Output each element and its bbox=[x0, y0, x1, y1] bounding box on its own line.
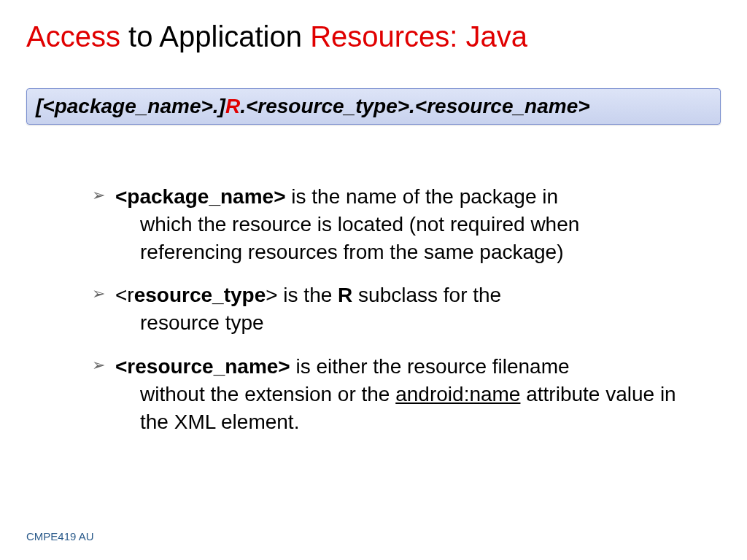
bullet-underline: android:name bbox=[395, 383, 520, 405]
bullet-indent: without the extension or the android:nam… bbox=[115, 381, 677, 436]
bullet-bold: esource_type bbox=[134, 284, 266, 306]
syntax-part2: R bbox=[225, 95, 240, 117]
bullet-text: <r bbox=[115, 284, 134, 306]
title-part2: to Application bbox=[120, 20, 310, 52]
bullet-item: ➢ <resource_name> is either the resource… bbox=[92, 353, 677, 435]
title-part3: Resources: Java bbox=[310, 20, 527, 52]
syntax-box: [<package_name>.]R.<resource_type>.<reso… bbox=[26, 88, 721, 125]
bullet-text: which the resource is located (not requi… bbox=[115, 211, 677, 266]
bullet-content: <package_name> is the name of the packag… bbox=[115, 183, 677, 265]
bullet-text: is either the resource filename bbox=[290, 355, 570, 378]
title-part1: Access bbox=[26, 20, 120, 52]
slide-title: Access to Application Resources: Java bbox=[26, 20, 721, 53]
syntax-part1: [<package_name>.] bbox=[36, 95, 225, 117]
bullet-bold: R bbox=[338, 284, 352, 306]
bullet-item: ➢ <package_name> is the name of the pack… bbox=[92, 183, 677, 265]
bullet-content: <resource_name> is either the resource f… bbox=[115, 353, 677, 435]
bullet-marker-icon: ➢ bbox=[92, 354, 105, 376]
bullet-text: is the name of the package in bbox=[286, 185, 559, 208]
bullet-bold: <resource_name> bbox=[115, 355, 290, 378]
bullet-text: > bbox=[266, 284, 277, 306]
bullet-item: ➢ <resource_type> is the R subclass for … bbox=[92, 281, 677, 337]
bullet-text: without the extension or the bbox=[140, 383, 395, 405]
bullet-bold: <package_name> bbox=[115, 185, 286, 208]
syntax-part3: .<resource_type>.<resource_name> bbox=[240, 95, 589, 117]
bullet-marker-icon: ➢ bbox=[92, 184, 105, 206]
bullet-marker-icon: ➢ bbox=[92, 283, 105, 305]
bullet-list: ➢ <package_name> is the name of the pack… bbox=[26, 183, 721, 435]
bullet-text: is the bbox=[278, 284, 338, 306]
bullet-text: subclass for the bbox=[352, 284, 501, 306]
bullet-content: <resource_type> is the R subclass for th… bbox=[115, 281, 677, 337]
bullet-text: resource type bbox=[115, 309, 677, 337]
slide-footer: CMPE419 AU bbox=[26, 530, 94, 542]
